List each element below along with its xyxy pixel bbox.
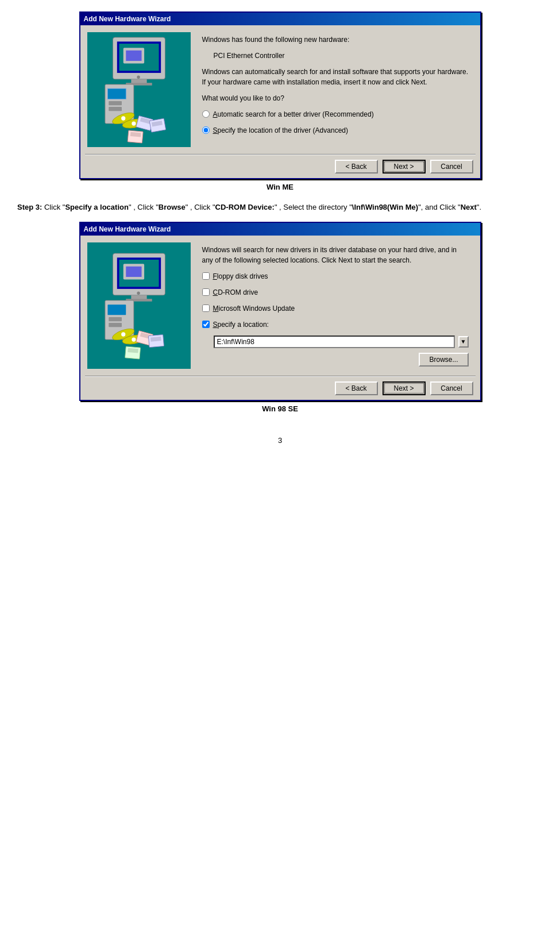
- step3-text1: Click ": [44, 203, 65, 211]
- svg-point-36: [121, 332, 125, 336]
- win98se-cdrom-checkbox[interactable]: [202, 288, 210, 296]
- winme-dialog: Add New Hardware Wizard: [79, 11, 481, 179]
- step3-directory: \Inf\Win98(Win Me): [352, 203, 418, 211]
- svg-rect-6: [131, 79, 146, 83]
- step3-text5: ", and Click ": [418, 203, 461, 211]
- svg-rect-21: [128, 130, 143, 143]
- svg-point-28: [137, 291, 140, 294]
- svg-rect-27: [126, 267, 141, 277]
- winme-cancel-button[interactable]: Cancel: [430, 160, 473, 173]
- win98se-titlebar: Add New Hardware Wizard: [80, 223, 480, 236]
- winme-radio-auto-option: Automatic search for a better driver (Re…: [202, 109, 469, 119]
- win98se-back-button[interactable]: < Back: [335, 381, 378, 395]
- winme-radio-specify-underline: S: [213, 126, 218, 134]
- win98se-floppy-label: Floppy disk drives: [213, 271, 268, 282]
- win98se-caption: Win 98 SE: [262, 404, 298, 413]
- win98se-description: Windows will search for new drivers in i…: [202, 245, 469, 265]
- svg-rect-29: [131, 295, 146, 299]
- win98se-floppy-option: Floppy disk drives: [202, 271, 469, 282]
- step3-text3: " , Click ": [186, 203, 215, 211]
- svg-rect-43: [125, 346, 140, 359]
- step3-label: Step 3:: [17, 203, 42, 211]
- win98se-next-button[interactable]: Next >: [383, 381, 426, 395]
- step3-text4: " , Select the directory ": [275, 203, 352, 211]
- winme-found-label: Windows has found the following new hard…: [202, 34, 469, 45]
- winme-back-button[interactable]: < Back: [335, 160, 378, 173]
- win98se-cdrom-label: CD-ROM drive: [213, 287, 258, 298]
- page-number: 3: [17, 436, 543, 445]
- svg-rect-33: [109, 317, 122, 321]
- win98se-body: Windows will search for new drivers in i…: [80, 236, 480, 376]
- win98se-msupdate-option: Microsoft Windows Update: [202, 303, 469, 314]
- win98se-section: Add New Hardware Wizard: [17, 222, 543, 413]
- winme-section: Add New Hardware Wizard: [17, 11, 543, 191]
- svg-rect-34: [109, 323, 122, 327]
- winme-description: Windows can automatically search for and…: [202, 67, 469, 87]
- svg-point-38: [132, 337, 136, 341]
- win98se-specify-option: Specify a location:: [202, 319, 469, 330]
- winme-title: Add New Hardware Wizard: [84, 15, 171, 23]
- win98se-content: Windows will search for new drivers in i…: [198, 242, 473, 369]
- winme-question: What would you like to do?: [202, 93, 469, 103]
- win98se-msupdate-label: Microsoft Windows Update: [213, 303, 295, 314]
- svg-rect-9: [107, 88, 126, 99]
- win98se-browse-row: Browse...: [202, 353, 469, 367]
- step3-cdrom: CD-ROM Device:: [215, 203, 275, 211]
- step3-specify: Specify a location: [65, 203, 129, 211]
- win98se-location-input[interactable]: [214, 336, 455, 348]
- win98se-floppy-checkbox[interactable]: [202, 272, 210, 280]
- svg-rect-11: [109, 101, 122, 105]
- win98se-msupdate-checkbox[interactable]: [202, 304, 210, 312]
- winme-illustration-panel: [87, 32, 191, 147]
- winme-radio-auto[interactable]: [202, 110, 210, 118]
- winme-titlebar: Add New Hardware Wizard: [80, 13, 480, 25]
- winme-radio-specify-label: Specify the location of the driver (Adva…: [213, 125, 348, 136]
- win98se-cancel-button[interactable]: Cancel: [430, 381, 473, 395]
- winme-next-button[interactable]: Next >: [383, 160, 426, 173]
- svg-rect-12: [109, 107, 122, 111]
- win98se-cdrom-option: CD-ROM drive: [202, 287, 469, 298]
- win98se-illustration-panel: [87, 242, 191, 369]
- svg-point-16: [132, 121, 136, 125]
- win98se-dialog: Add New Hardware Wizard: [79, 222, 481, 401]
- win98se-specify-label: Specify a location:: [213, 319, 269, 330]
- winme-body: Windows has found the following new hard…: [80, 25, 480, 154]
- step3-text2: " , Click ": [129, 203, 159, 211]
- winme-radio-auto-underline: A: [213, 110, 218, 118]
- winme-hardware-name: PCI Ethernet Controller: [214, 51, 469, 61]
- svg-rect-32: [107, 304, 126, 315]
- step3-next: Next: [461, 203, 477, 211]
- svg-point-5: [137, 75, 140, 78]
- win98se-browse-button[interactable]: Browse...: [419, 353, 468, 367]
- winme-radio-auto-label: Automatic search for a better driver (Re…: [213, 109, 374, 119]
- step3-paragraph: Step 3: Click "Specify a location" , Cli…: [17, 202, 543, 214]
- winme-content: Windows has found the following new hard…: [198, 32, 473, 147]
- step3-browse: Browse: [159, 203, 186, 211]
- winme-radio-specify[interactable]: [202, 126, 210, 134]
- winme-caption: Win ME: [267, 183, 293, 191]
- winme-radio-specify-option: Specify the location of the driver (Adva…: [202, 125, 469, 136]
- win98se-footer: < Back Next > Cancel: [80, 377, 480, 400]
- win98se-title: Add New Hardware Wizard: [84, 225, 171, 233]
- win98se-location-row: ▼: [214, 336, 469, 348]
- win98se-specify-checkbox[interactable]: [202, 321, 210, 328]
- win98se-dropdown-btn[interactable]: ▼: [458, 336, 469, 348]
- step3-text6: ".: [477, 203, 481, 211]
- svg-rect-4: [126, 51, 141, 61]
- svg-point-14: [121, 116, 125, 120]
- winme-footer: < Back Next > Cancel: [80, 155, 480, 178]
